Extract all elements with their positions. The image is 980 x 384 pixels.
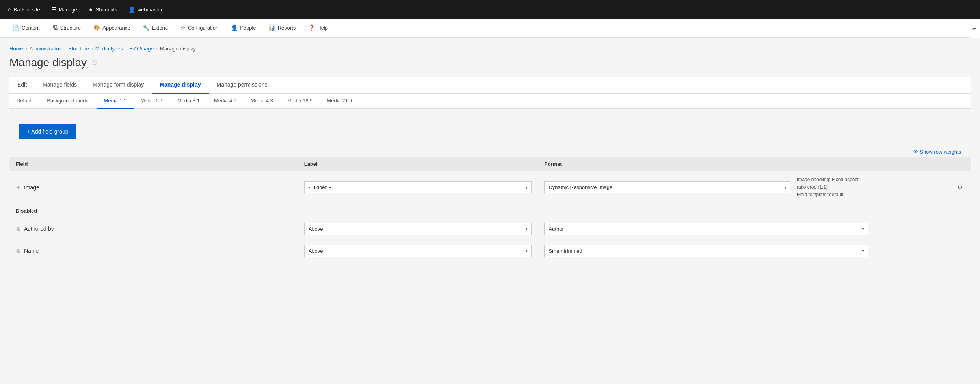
col-format: Format: [538, 157, 874, 171]
actions-cell-authored-by: [874, 218, 971, 240]
sub-tab-background-media[interactable]: Background media: [40, 94, 97, 109]
sub-tab-media-4-1[interactable]: Media 4:1: [207, 94, 244, 109]
sub-tab-default[interactable]: Default: [9, 94, 40, 109]
format-cell-authored-by: Author Hidden ▾: [538, 218, 874, 240]
home-icon: ⌂: [8, 6, 11, 13]
sub-tab-navigation: Default Background media Media 1:1 Media…: [9, 94, 971, 109]
format-cell-name: Smart trimmed Default Trimmed ▾: [538, 240, 874, 262]
drag-handle-image[interactable]: ⊕: [16, 184, 21, 191]
sub-tab-media-1-1[interactable]: Media 1:1: [97, 94, 134, 109]
breadcrumb-home[interactable]: Home: [9, 46, 23, 52]
user-menu-button[interactable]: 👤 webmaster: [124, 0, 167, 19]
disabled-label: Disabled: [9, 204, 971, 218]
configuration-icon: ⚙: [180, 24, 186, 31]
reports-icon: 📊: [269, 24, 275, 31]
breadcrumb-edit-image[interactable]: Edit Image: [129, 46, 154, 52]
nav-structure[interactable]: 🏗 Structure: [46, 19, 87, 37]
sub-tab-media-21-9[interactable]: Media 21:9: [320, 94, 359, 109]
show-row-weights-link[interactable]: 👁 Show row weights: [913, 149, 961, 155]
label-select-wrapper-name: Above - Hidden - Inline ▾: [304, 245, 532, 257]
drag-handle-name[interactable]: ⊕: [16, 247, 21, 255]
user-icon: 👤: [128, 6, 135, 13]
tab-edit[interactable]: Edit: [9, 77, 35, 94]
page-title: Manage display ☆: [9, 56, 971, 69]
breadcrumb-administration[interactable]: Administration: [30, 46, 62, 52]
breadcrumb-sep-2: ›: [64, 46, 66, 52]
nav-content[interactable]: 📄 Content: [6, 19, 46, 37]
people-icon: 👤: [231, 24, 238, 31]
row-weights-bar: 👁 Show row weights: [9, 147, 971, 157]
breadcrumb-sep-1: ›: [26, 46, 27, 52]
add-field-group-button[interactable]: + Add field group: [19, 124, 76, 139]
actions-cell-name: [874, 240, 971, 262]
col-actions: [874, 157, 971, 171]
manage-menu-button[interactable]: ☰ Manage: [46, 0, 82, 19]
nav-help[interactable]: ❓ Help: [302, 19, 334, 37]
nav-collapse-button[interactable]: ⇤: [969, 19, 980, 38]
sub-tab-media-4-3[interactable]: Media 4:3: [244, 94, 280, 109]
table-row: ⊕ Authored by Above - Hidden - Inline ▾: [9, 218, 971, 240]
format-select-authored-by[interactable]: Author Hidden: [544, 223, 868, 235]
label-cell-name: Above - Hidden - Inline ▾: [298, 240, 538, 262]
sub-tab-media-16-9[interactable]: Media 16:9: [280, 94, 320, 109]
field-name-cell-authored-by: ⊕ Authored by: [9, 218, 298, 240]
format-select-wrapper-image: Dynamic Responsive Image Image URL to im…: [544, 181, 790, 193]
secondary-nav-wrapper: 📄 Content 🏗 Structure 🎨 Appearance 🔧 Ext…: [0, 19, 980, 38]
format-select-wrapper-name: Smart trimmed Default Trimmed ▾: [544, 245, 868, 257]
gear-button-image[interactable]: ⚙: [956, 182, 964, 193]
shortcuts-button[interactable]: ★ Shortcuts: [84, 0, 122, 19]
sub-tab-media-3-1[interactable]: Media 3:1: [170, 94, 207, 109]
tab-manage-form-display[interactable]: Manage form display: [85, 77, 152, 94]
disabled-section-header: Disabled: [9, 204, 971, 218]
format-select-image[interactable]: Dynamic Responsive Image Image URL to im…: [544, 181, 790, 193]
favorite-icon[interactable]: ☆: [91, 58, 98, 67]
label-cell-authored-by: Above - Hidden - Inline ▾: [298, 218, 538, 240]
back-to-site-button[interactable]: ⌂ Back to site: [3, 0, 45, 19]
nav-configuration[interactable]: ⚙ Configuration: [174, 19, 225, 37]
content-area: + Add field group 👁 Show row weights Fie…: [9, 117, 971, 270]
tab-manage-display[interactable]: Manage display: [152, 77, 208, 94]
table-header: Field Label Format: [9, 157, 971, 171]
field-name-cell-image: ⊕ Image: [9, 171, 298, 204]
appearance-icon: 🎨: [93, 24, 100, 31]
extend-icon: 🔧: [143, 24, 149, 31]
tab-navigation: Edit Manage fields Manage form display M…: [9, 77, 971, 94]
breadcrumb-current: Manage display: [160, 46, 196, 52]
format-cell-image: Dynamic Responsive Image Image URL to im…: [538, 171, 874, 204]
label-select-image[interactable]: - Hidden - Above Inline Visually Hidden: [304, 181, 532, 193]
field-name-cell-name: ⊕ Name: [9, 240, 298, 262]
main-content: Home › Administration › Structure › Medi…: [0, 38, 980, 384]
col-label: Label: [298, 157, 538, 171]
secondary-nav: 📄 Content 🏗 Structure 🎨 Appearance 🔧 Ext…: [0, 19, 980, 38]
menu-icon: ☰: [51, 6, 56, 13]
drag-handle-authored-by[interactable]: ⊕: [16, 225, 21, 233]
fields-table: Field Label Format ⊕: [9, 157, 971, 262]
label-cell-image: - Hidden - Above Inline Visually Hidden …: [298, 171, 538, 204]
tab-manage-fields[interactable]: Manage fields: [35, 77, 85, 94]
star-icon: ★: [88, 6, 93, 13]
structure-icon: 🏗: [52, 24, 58, 31]
label-select-wrapper-image: - Hidden - Above Inline Visually Hidden …: [304, 181, 532, 193]
table-body: ⊕ Image - Hidden - Above Inline Visually…: [9, 171, 971, 262]
admin-bar: ⌂ Back to site ☰ Manage ★ Shortcuts 👤 we…: [0, 0, 980, 19]
breadcrumb-media-types[interactable]: Media types: [95, 46, 123, 52]
actions-cell-image: ⚙: [874, 171, 971, 204]
tab-manage-permissions[interactable]: Manage permissions: [209, 77, 275, 94]
label-select-authored-by[interactable]: Above - Hidden - Inline: [304, 223, 532, 235]
format-select-name[interactable]: Smart trimmed Default Trimmed: [544, 245, 868, 257]
nav-reports[interactable]: 📊 Reports: [262, 19, 302, 37]
label-select-name[interactable]: Above - Hidden - Inline: [304, 245, 532, 257]
breadcrumb-sep-4: ›: [125, 46, 127, 52]
breadcrumb: Home › Administration › Structure › Medi…: [9, 46, 971, 52]
eye-icon: 👁: [913, 149, 918, 155]
nav-people[interactable]: 👤 People: [225, 19, 262, 37]
label-select-wrapper-authored-by: Above - Hidden - Inline ▾: [304, 223, 532, 235]
breadcrumb-sep-5: ›: [156, 46, 158, 52]
sub-tab-media-2-1[interactable]: Media 2:1: [134, 94, 170, 109]
nav-appearance[interactable]: 🎨 Appearance: [87, 19, 136, 37]
breadcrumb-sep-3: ›: [91, 46, 93, 52]
nav-extend[interactable]: 🔧 Extend: [136, 19, 174, 37]
table-row: ⊕ Name Above - Hidden - Inline ▾: [9, 240, 971, 262]
breadcrumb-structure[interactable]: Structure: [68, 46, 89, 52]
content-icon: 📄: [13, 24, 19, 31]
